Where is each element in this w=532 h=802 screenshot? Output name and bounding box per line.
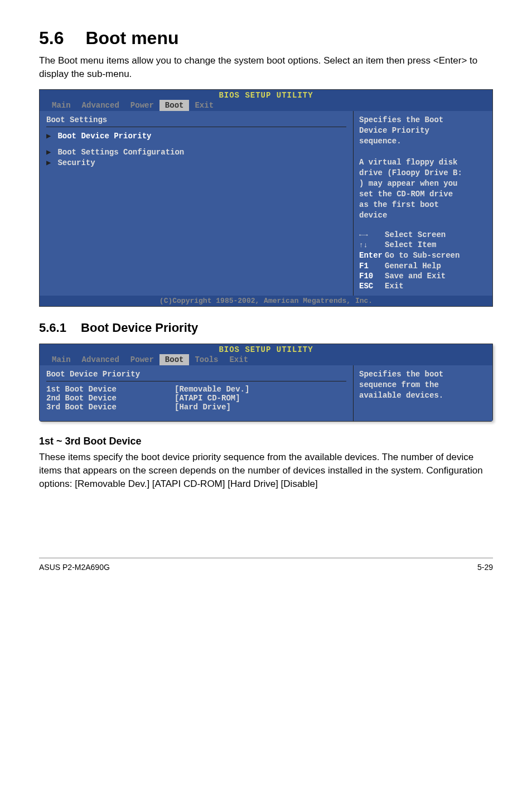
submenu-arrow-icon: ▶ xyxy=(46,158,53,167)
tab-power[interactable]: Power xyxy=(125,354,159,365)
tab-exit[interactable]: Exit xyxy=(189,100,219,111)
help-line: Specifies the Boot xyxy=(359,115,487,124)
boot-priority-heading: Boot Device Priority xyxy=(46,370,346,379)
bios-tab-bar: Main Advanced Power Boot Exit xyxy=(40,100,492,111)
boot-device-priority-item[interactable]: ▶ Boot Device Priority xyxy=(46,131,346,141)
subsection-title: 5.6.1 Boot Device Priority xyxy=(39,321,493,335)
key-row: F1General Help xyxy=(359,261,487,271)
boot-device-1-row[interactable]: 1st Boot Device [Removable Dev.] xyxy=(46,385,346,394)
bios-help-panel: Specifies the boot sequence from the ava… xyxy=(353,365,492,421)
item-label: 2nd Boot Device xyxy=(46,394,175,403)
help-line: A virtual floppy disk xyxy=(359,158,487,167)
key-desc: Select Item xyxy=(385,240,436,249)
key-desc: Save and Exit xyxy=(385,272,446,281)
item-label: 3rd Boot Device xyxy=(46,403,175,412)
item-value: [Hard Drive] xyxy=(175,403,346,412)
boot-settings-config-item[interactable]: ▶ Boot Settings Configuration xyxy=(46,147,346,157)
help-line: sequence. xyxy=(359,137,487,146)
item-value: [Removable Dev.] xyxy=(175,385,346,394)
help-line: Specifies the boot xyxy=(359,370,487,379)
bios-title: BIOS SETUP UTILITY xyxy=(40,344,492,354)
arrow-lr-icon: ←→ xyxy=(359,231,385,240)
help-line: sequence from the xyxy=(359,380,487,389)
key-label: F1 xyxy=(359,261,385,271)
submenu-arrow-icon: ▶ xyxy=(46,147,53,157)
tab-boot[interactable]: Boot xyxy=(159,354,190,365)
page-footer: ASUS P2-M2A690G 5-29 xyxy=(39,558,493,572)
tab-boot[interactable]: Boot xyxy=(159,100,190,111)
key-desc: Go to Sub-screen xyxy=(385,251,460,260)
bios-main-panel: Boot Settings ▶ Boot Device Priority ▶ B… xyxy=(40,111,353,296)
bios-screen-boot-settings: BIOS SETUP UTILITY Main Advanced Power B… xyxy=(39,89,493,307)
help-line: ) may appear when you xyxy=(359,179,487,188)
boot-device-2-row[interactable]: 2nd Boot Device [ATAPI CD-ROM] xyxy=(46,394,346,403)
boot-settings-heading: Boot Settings xyxy=(46,115,346,124)
footer-left: ASUS P2-M2A690G xyxy=(39,563,110,572)
help-line: device xyxy=(359,211,487,220)
bios-title: BIOS SETUP UTILITY xyxy=(40,90,492,100)
key-label: F10 xyxy=(359,271,385,281)
subsection-number: 5.6.1 xyxy=(39,321,66,335)
bios-screen-boot-priority: BIOS SETUP UTILITY Main Advanced Power B… xyxy=(39,344,493,422)
tab-advanced[interactable]: Advanced xyxy=(76,354,125,365)
bios-tab-bar: Main Advanced Power Boot Tools Exit xyxy=(40,354,492,365)
help-blank xyxy=(359,147,487,156)
help-line: as the first boot xyxy=(359,200,487,209)
help-line: Device Priority xyxy=(359,126,487,135)
help-line: set the CD-ROM drive xyxy=(359,190,487,199)
tab-main[interactable]: Main xyxy=(46,354,76,365)
item-label: Boot Settings Configuration xyxy=(57,148,184,157)
key-row: ←→Select Screen xyxy=(359,230,487,240)
bios-help-panel: Specifies the Boot Device Priority seque… xyxy=(353,111,492,296)
bios-copyright: (C)Copyright 1985-2002, American Megatre… xyxy=(40,296,492,306)
key-label: ESC xyxy=(359,281,385,291)
bios-main-panel: Boot Device Priority 1st Boot Device [Re… xyxy=(40,365,353,421)
device-heading: 1st ~ 3rd Boot Device xyxy=(39,436,493,447)
key-row: EnterGo to Sub-screen xyxy=(359,250,487,260)
item-value: [ATAPI CD-ROM] xyxy=(175,394,346,403)
security-item[interactable]: ▶ Security xyxy=(46,157,346,168)
boot-device-3-row[interactable]: 3rd Boot Device [Hard Drive] xyxy=(46,403,346,412)
item-label: Security xyxy=(57,158,95,167)
tab-main[interactable]: Main xyxy=(46,100,76,111)
intro-paragraph: The Boot menu items allow you to change … xyxy=(39,54,493,81)
key-label: Enter xyxy=(359,250,385,260)
arrow-ud-icon: ↑↓ xyxy=(359,241,385,250)
subsection-name: Boot Device Priority xyxy=(81,321,198,335)
submenu-arrow-icon: ▶ xyxy=(46,131,53,141)
section-name: Boot menu xyxy=(85,28,178,48)
help-line: drive (Floopy Drive B: xyxy=(359,168,487,177)
key-row: ESCExit xyxy=(359,281,487,291)
key-desc: Select Screen xyxy=(385,230,446,239)
tab-advanced[interactable]: Advanced xyxy=(76,100,125,111)
key-desc: General Help xyxy=(385,262,441,270)
tab-power[interactable]: Power xyxy=(125,100,159,111)
tab-tools[interactable]: Tools xyxy=(189,354,224,365)
footer-right: 5-29 xyxy=(477,563,493,572)
key-row: F10Save and Exit xyxy=(359,271,487,281)
item-label: Boot Device Priority xyxy=(57,132,151,141)
help-keys-block: ←→Select Screen ↑↓Select Item EnterGo to… xyxy=(359,230,487,292)
item-label: 1st Boot Device xyxy=(46,385,175,394)
help-line: available devices. xyxy=(359,391,487,400)
section-number: 5.6 xyxy=(39,28,64,48)
key-desc: Exit xyxy=(385,282,404,291)
tab-exit[interactable]: Exit xyxy=(224,354,254,365)
device-description: These items specify the boot device prio… xyxy=(39,451,493,490)
key-row: ↑↓Select Item xyxy=(359,240,487,250)
section-title: 5.6 Boot menu xyxy=(39,28,493,49)
